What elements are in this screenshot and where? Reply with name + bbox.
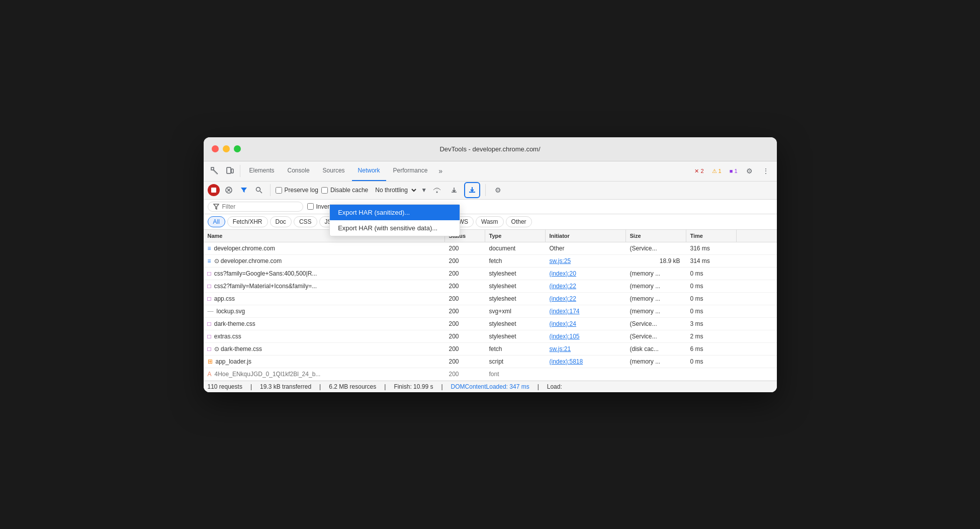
row-time-3: 0 ms [686,268,737,280]
separator-3 [485,184,486,196]
invert-text: Invert [316,203,331,210]
disable-cache-label[interactable]: Disable cache [321,187,368,194]
row-size-3: (memory ... [626,268,686,280]
table-header: Name Status Type Initiator Size Time [204,230,777,242]
col-type: Type [485,230,546,242]
row-initiator-1: Other [546,242,626,254]
initiator-link[interactable]: (index):24 [550,320,576,327]
preserve-log-checkbox[interactable] [276,187,282,194]
table-row[interactable]: ≡ developer.chrome.com 200 document Othe… [204,242,777,255]
row-name-1: ≡ developer.chrome.com [204,242,445,254]
tab-elements[interactable]: Elements [243,161,281,181]
issues-badge: ■ 1 [727,167,741,175]
export-sanitized-item[interactable]: Export HAR (sanitized)... [330,205,460,220]
row-type-1: document [485,242,546,254]
initiator-link[interactable]: (index):22 [550,295,576,302]
row-type-2: fetch [485,255,546,267]
filter-css[interactable]: CSS [294,216,317,227]
table-row[interactable]: — lockup.svg 200 svg+xml (index):174 (me… [204,305,777,318]
row-name-2: ≡ ⊙ developer.chrome.com [204,255,445,267]
close-button[interactable] [212,145,219,152]
filter-input[interactable] [222,203,298,210]
minimize-button[interactable] [223,145,230,152]
invert-label[interactable]: Invert [307,203,331,210]
preserve-log-text: Preserve log [285,187,318,194]
status-bar: 110 requests | 19.3 kB transferred | 6.2… [204,381,777,392]
device-toolbar-button[interactable] [223,164,237,178]
row-status-3: 200 [445,268,485,280]
settings-button[interactable]: ⚙ [743,164,757,178]
initiator-link[interactable]: (index):20 [550,270,576,277]
row-name-text: app.css [214,295,235,302]
more-options-button[interactable]: ⋮ [759,164,773,178]
table-row[interactable]: □ css?family=Google+Sans:400,500|R... 20… [204,268,777,280]
initiator-link[interactable]: sw.js:25 [550,257,571,264]
row-name-text: css2?family=Material+Icons&family=... [214,283,317,290]
disable-cache-checkbox[interactable] [321,187,328,194]
filter-toggle-button[interactable] [238,184,250,196]
throttle-select[interactable]: No throttling [371,185,418,195]
table-row[interactable]: A 4Hoe_ENkquJGD_0_1Ql1kf2Bl_24_b... 200 … [204,368,777,381]
record-button[interactable] [208,184,220,196]
row-name-text: developer.chrome.com [214,245,275,252]
error-icon: ✕ [694,168,699,174]
svg-rect-2 [231,169,233,173]
filter-all[interactable]: All [208,216,225,227]
row-initiator-5: (index):22 [546,293,626,305]
export-har-button[interactable] [464,182,480,198]
tab-performance[interactable]: Performance [387,161,434,181]
warning-count: 1 [719,168,722,174]
doc-icon: ≡ [208,245,211,252]
preserve-log-label[interactable]: Preserve log [276,187,318,194]
row-name-8: □ extras.css [204,330,445,342]
initiator-link[interactable]: (index):174 [550,308,580,315]
initiator-link[interactable]: (index):5818 [550,358,583,365]
row-status-2: 200 [445,255,485,267]
export-sensitive-item[interactable]: Export HAR (with sensitive data)... [330,220,460,236]
row-time-9: 6 ms [686,343,737,355]
import-har-button[interactable] [447,183,461,197]
table-row[interactable]: ⊞ app_loader.js 200 script (index):5818 … [204,356,777,368]
filter-doc[interactable]: Doc [270,216,292,227]
tab-sources[interactable]: Sources [317,161,351,181]
network-settings-button[interactable]: ⚙ [491,183,505,197]
row-initiator-8: (index):105 [546,330,626,342]
inspect-element-button[interactable] [208,164,222,178]
table-row[interactable]: □ dark-theme.css 200 stylesheet (index):… [204,318,777,330]
initiator-link[interactable]: (index):105 [550,333,580,340]
tab-network[interactable]: Network [352,161,386,181]
initiator-link[interactable]: (index):22 [550,283,576,290]
table-row[interactable]: □ ⊙ dark-theme.css 200 fetch sw.js:21 (d… [204,343,777,356]
table-row[interactable]: □ extras.css 200 stylesheet (index):105 … [204,330,777,343]
row-name-text: css?family=Google+Sans:400,500|R... [214,270,317,277]
separator [240,165,240,177]
invert-checkbox[interactable] [307,203,314,210]
row-name-6: — lockup.svg [204,305,445,317]
row-size-2: 18.9 kB [626,255,686,267]
transferred-size: 19.3 kB transferred [260,383,311,390]
row-initiator-9: sw.js:21 [546,343,626,355]
tab-console[interactable]: Console [282,161,316,181]
row-size-8: (Service... [626,330,686,342]
row-initiator-11 [546,368,626,380]
row-size-11 [626,368,686,380]
table-row[interactable]: ≡ ⊙ developer.chrome.com 200 fetch sw.js… [204,255,777,268]
table-row[interactable]: □ app.css 200 stylesheet (index):22 (mem… [204,293,777,305]
svg-rect-1 [227,167,231,173]
warning-icon: ⚠ [712,168,717,174]
initiator-link[interactable]: sw.js:21 [550,345,571,352]
clear-button[interactable] [223,184,235,196]
row-time-8: 2 ms [686,330,737,342]
error-count: 2 [700,168,703,174]
maximize-button[interactable] [234,145,241,152]
filter-other[interactable]: Other [506,216,532,227]
network-condition-button[interactable] [430,183,444,197]
filter-fetch-xhr[interactable]: Fetch/XHR [227,216,268,227]
filter-wasm[interactable]: Wasm [476,216,504,227]
row-size-5: (memory ... [626,293,686,305]
table-row[interactable]: □ css2?family=Material+Icons&family=... … [204,280,777,293]
titlebar: DevTools - developer.chrome.com/ [204,137,777,161]
search-button[interactable] [253,184,265,196]
more-tabs-button[interactable]: » [434,167,447,175]
row-status-5: 200 [445,293,485,305]
